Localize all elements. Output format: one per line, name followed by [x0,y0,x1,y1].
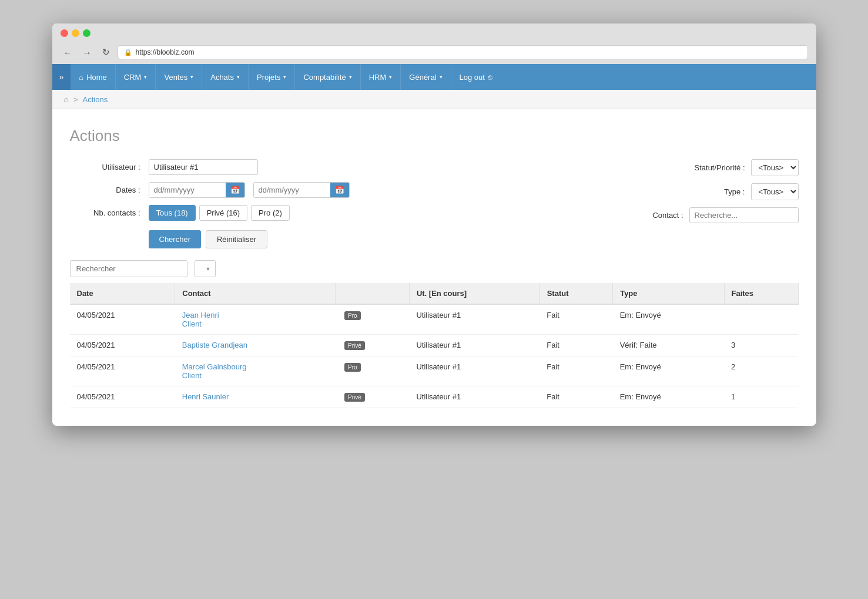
pro-tag: Pro [344,311,361,320]
contact-name-link[interactable]: Henri Saunier [182,392,229,401]
back-button[interactable]: ← [61,46,75,59]
contact-search-input[interactable] [689,207,799,223]
close-button[interactable] [61,29,68,37]
nb-contacts-label: Nb. contacts : [70,208,140,217]
home-icon: ⌂ [79,73,83,82]
cell-date: 04/05/2021 [70,304,175,335]
nav-comptabilite-label: Comptabilité [303,73,346,82]
breadcrumb-separator: > [73,95,78,104]
statut-label: Statut/Priorité : [695,163,745,172]
projets-caret-icon: ▾ [283,74,286,80]
forward-button[interactable]: → [80,46,95,59]
browser-window: ← → ↻ 🔒 https://bloobiz.com » ⌂ Home CRM… [52,23,816,426]
contact-search-label: Contact : [652,211,683,220]
nav-item-general[interactable]: Général ▾ [401,64,451,90]
cell-contact: Henri Saunier [175,386,335,408]
breadcrumb-home-icon[interactable]: ⌂ [64,95,69,104]
nav-home-label: Home [86,73,107,82]
table-row: 04/05/2021Baptiste GrandjeanPrivéUtilisa… [70,335,799,356]
table-search-input[interactable] [70,260,187,277]
col-header-type: Type [613,283,724,304]
contact-name-link[interactable]: Jean Henri [182,311,219,319]
contact-name-link[interactable]: Marcel Gainsbourg [182,362,247,371]
contact-tous-button[interactable]: Tous (18) [149,205,196,221]
logout-icon: ⎋ [488,73,492,82]
cell-contact: Baptiste Grandjean [175,335,335,356]
cell-tag: Privé [335,335,409,356]
nav-item-logout[interactable]: Log out ⎋ [451,64,501,90]
cell-type: Em: Envoyé [613,304,724,335]
minimize-button[interactable] [72,29,79,37]
cell-tag: Pro [335,356,409,386]
url-text: https://bloobiz.com [136,48,195,56]
dates-label: Dates : [70,186,140,194]
date-end-input[interactable] [254,183,330,197]
cell-contact: Jean HenriClient [175,304,335,335]
cell-utilisateur: Utilisateur #1 [409,304,539,335]
nav-item-ventes[interactable]: Ventes ▾ [156,64,202,90]
date-start-wrap: 📅 [149,182,245,198]
col-header-statut: Statut [539,283,612,304]
top-navigation: » ⌂ Home CRM ▾ Ventes ▾ Achats ▾ Projets… [52,64,816,90]
table-dropdown[interactable] [195,260,216,277]
lock-icon: 🔒 [124,49,132,56]
contact-filter-group: Tous (18) Privé (16) Pro (2) [149,205,290,221]
browser-chrome [52,23,816,42]
date-end-wrap: 📅 [253,182,350,198]
cell-tag: Pro [335,304,409,335]
contact-sub-link[interactable]: Client [182,371,202,380]
nav-item-crm[interactable]: CRM ▾ [116,64,156,90]
cell-faites: 2 [724,356,798,386]
utilisateur-input[interactable] [149,159,258,175]
type-row: Type : <Tous> [724,183,798,200]
reset-button[interactable]: Réinitialiser [206,230,267,248]
contact-sub-link[interactable]: Client [182,319,202,328]
cell-statut: Fait [539,386,612,408]
table-row: 04/05/2021Henri SaunierPrivéUtilisateur … [70,386,799,408]
nav-item-projets[interactable]: Projets ▾ [249,64,295,90]
date-start-input[interactable] [149,183,226,197]
data-table: Date Contact Ut. [En cours] Statut Type … [70,283,799,408]
col-header-date: Date [70,283,175,304]
prive-tag: Privé [344,393,365,402]
hrm-caret-icon: ▾ [389,74,392,80]
utilisateur-row: Utilisateur : [70,159,641,175]
date-start-calendar-button[interactable]: 📅 [226,183,244,197]
page-title: Actions [70,127,799,145]
nav-item-achats[interactable]: Achats ▾ [202,64,249,90]
statut-row: Statut/Priorité : <Tous> [695,159,799,176]
contact-pro-button[interactable]: Pro (2) [251,205,290,221]
date-end-calendar-button[interactable]: 📅 [330,183,349,197]
cell-type: Em: Envoyé [613,356,724,386]
dates-row: Dates : 📅 📅 [70,182,641,198]
search-button[interactable]: Chercher [149,230,201,248]
cell-date: 04/05/2021 [70,386,175,408]
traffic-lights [61,29,91,37]
type-select[interactable]: <Tous> [751,183,799,200]
action-buttons-row: Chercher Réinitialiser [70,228,641,248]
cell-faites: 3 [724,335,798,356]
contact-name-link[interactable]: Baptiste Grandjean [182,341,247,349]
refresh-button[interactable]: ↻ [99,46,113,59]
nav-collapse-button[interactable]: » [52,64,71,90]
cell-utilisateur: Utilisateur #1 [409,386,539,408]
nav-item-home[interactable]: ⌂ Home [71,64,116,90]
statut-select[interactable]: <Tous> [751,159,799,176]
cell-faites [724,304,798,335]
url-bar[interactable]: 🔒 https://bloobiz.com [118,45,808,59]
achats-caret-icon: ▾ [237,74,240,80]
col-header-tag [335,283,409,304]
maximize-button[interactable] [83,29,91,37]
table-header-row: Date Contact Ut. [En cours] Statut Type … [70,283,799,304]
cell-contact: Marcel GainsbourgClient [175,356,335,386]
nav-projets-label: Projets [257,73,280,82]
cell-faites: 1 [724,386,798,408]
crm-caret-icon: ▾ [144,74,147,80]
nav-item-comptabilite[interactable]: Comptabilité ▾ [295,64,360,90]
nav-item-hrm[interactable]: HRM ▾ [361,64,401,90]
contact-prive-button[interactable]: Privé (16) [199,205,247,221]
table-row: 04/05/2021Marcel GainsbourgClientProUtil… [70,356,799,386]
browser-nav-bar: ← → ↻ 🔒 https://bloobiz.com [52,42,816,64]
action-buttons: Chercher Réinitialiser [149,230,268,248]
breadcrumb-current-page: Actions [83,95,108,104]
